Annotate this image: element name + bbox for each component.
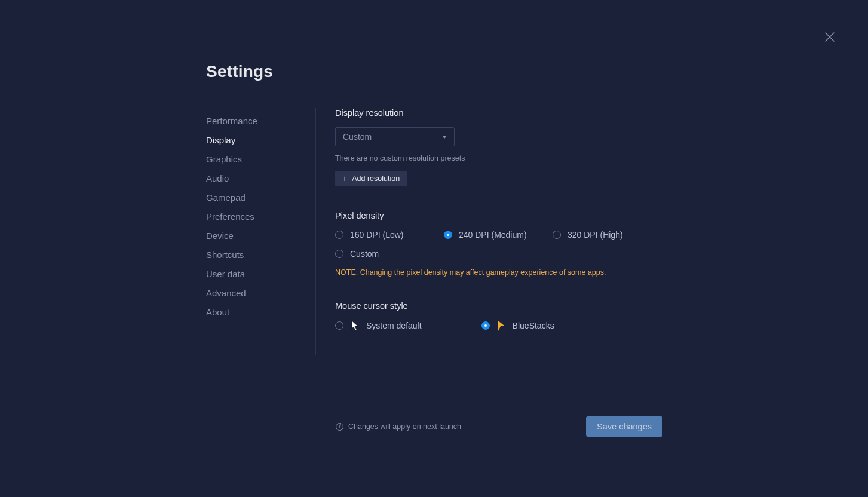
radio-dpi-160[interactable]: 160 DPI (Low): [335, 230, 444, 240]
add-resolution-button[interactable]: + Add resolution: [335, 171, 407, 186]
sidebar-item-shortcuts[interactable]: Shortcuts: [206, 245, 303, 264]
sidebar-item-audio[interactable]: Audio: [206, 168, 303, 188]
plus-icon: +: [342, 174, 347, 183]
radio-dpi-320[interactable]: 320 DPI (High): [553, 230, 661, 240]
sidebar-item-advanced[interactable]: Advanced: [206, 283, 303, 302]
radio-cursor-system-default[interactable]: System default: [335, 320, 422, 331]
cursor-default-icon: [350, 320, 360, 331]
resolution-dropdown[interactable]: Custom: [335, 127, 455, 146]
radio-label: BlueStacks: [513, 321, 554, 330]
radio-dpi-240[interactable]: 240 DPI (Medium): [444, 230, 553, 240]
radio-icon: [335, 321, 343, 330]
radio-dpi-custom[interactable]: Custom: [335, 249, 444, 259]
sidebar-item-device[interactable]: Device: [206, 226, 303, 245]
close-icon[interactable]: [824, 31, 836, 43]
save-changes-button[interactable]: Save changes: [586, 416, 662, 437]
radio-label: Custom: [350, 249, 379, 259]
radio-icon: [335, 250, 343, 258]
radio-label: System default: [366, 321, 422, 330]
radio-icon: [335, 231, 343, 239]
chevron-down-icon: [442, 136, 447, 139]
footer-note: i Changes will apply on next launch: [336, 422, 461, 431]
sidebar-item-graphics[interactable]: Graphics: [206, 149, 303, 168]
radio-label: 160 DPI (Low): [350, 230, 403, 240]
radio-cursor-bluestacks[interactable]: BlueStacks: [481, 320, 554, 331]
radio-label: 320 DPI (High): [568, 230, 623, 240]
page-title: Settings: [206, 62, 661, 81]
pixel-density-title: Pixel density: [335, 211, 661, 220]
resolution-preset-note: There are no custom resolution presets: [335, 154, 661, 162]
resolution-dropdown-value: Custom: [343, 132, 372, 142]
sidebar-item-display[interactable]: Display: [206, 130, 303, 149]
info-icon: i: [336, 423, 343, 431]
footer-note-text: Changes will apply on next launch: [348, 422, 461, 431]
sidebar-item-gamepad[interactable]: Gamepad: [206, 188, 303, 207]
display-resolution-title: Display resolution: [335, 108, 661, 118]
sidebar-item-preferences[interactable]: Preferences: [206, 207, 303, 226]
sidebar-item-about[interactable]: About: [206, 302, 303, 321]
radio-icon: [444, 231, 452, 239]
radio-icon: [481, 321, 490, 330]
sidebar-item-performance[interactable]: Performance: [206, 111, 303, 130]
radio-label: 240 DPI (Medium): [459, 230, 527, 240]
add-resolution-label: Add resolution: [352, 174, 400, 183]
settings-sidebar: Performance Display Graphics Audio Gamep…: [206, 108, 316, 355]
pixel-density-warning: NOTE: Changing the pixel density may aff…: [335, 268, 661, 277]
cursor-bluestacks-icon: [496, 320, 506, 331]
mouse-cursor-title: Mouse cursor style: [335, 301, 661, 311]
sidebar-item-user-data[interactable]: User data: [206, 264, 303, 283]
radio-icon: [553, 231, 561, 239]
